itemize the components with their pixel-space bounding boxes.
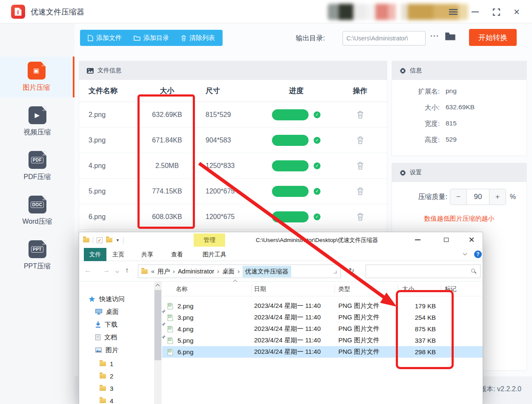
back-button[interactable]: ←	[84, 266, 92, 275]
file-date: 2023/4/24 星期一 11:40	[254, 348, 338, 356]
qat-dropdown-icon[interactable]: ▼	[116, 238, 120, 242]
delete-row-icon[interactable]	[357, 136, 364, 144]
forward-button[interactable]: →	[103, 266, 110, 275]
explorer-file-row[interactable]: 6.png 2023/4/24 星期一 11:40 PNG 图片文件 298 K…	[162, 346, 483, 358]
col-size: 大小	[138, 86, 196, 96]
operation-cell	[345, 136, 388, 144]
explorer-file-row[interactable]: 2.png 2023/4/24 星期一 11:40 PNG 图片文件 179 K…	[162, 300, 483, 312]
quality-plus-button[interactable]: +	[489, 189, 506, 205]
open-folder-button[interactable]	[445, 32, 456, 43]
app-titlebar: 优速文件压缩器 ×	[0, 0, 532, 23]
col-date[interactable]: 日期	[254, 285, 266, 293]
minimize-button[interactable]	[469, 6, 481, 18]
maximize-button[interactable]	[490, 6, 503, 18]
quality-value[interactable]: 90	[466, 189, 489, 205]
tab-home[interactable]: 主页	[112, 251, 124, 259]
sidebar-item-video-compress[interactable]: ▶ 视频压缩	[0, 101, 74, 142]
output-dir-input[interactable]	[343, 31, 426, 46]
nav-scrollbar[interactable]	[154, 282, 162, 404]
history-dropdown-icon[interactable]	[116, 270, 119, 273]
gear-icon	[400, 68, 406, 74]
ribbon-collapse-icon[interactable]	[463, 251, 467, 256]
tab-view[interactable]: 查看	[171, 251, 183, 259]
file-name: 3.png	[177, 314, 194, 321]
nav-folder-item[interactable]: 1	[100, 358, 113, 369]
file-dimension: 1250*833	[196, 162, 247, 170]
png-file-icon	[167, 337, 173, 344]
folder-icon[interactable]	[83, 238, 89, 242]
col-operation: 操作	[345, 86, 388, 96]
folder-icon	[100, 386, 106, 391]
address-dropdown-icon[interactable]	[334, 270, 336, 273]
table-row: 6.png 608.03KB 1200*675 ✓	[79, 204, 387, 230]
tab-share[interactable]: 共享	[141, 251, 153, 259]
nav-desktop[interactable]: 桌面	[95, 306, 119, 317]
info-label: 宽度:	[392, 119, 440, 128]
start-convert-button[interactable]: 开始转换	[469, 29, 517, 46]
browse-more-button[interactable]: ···	[430, 32, 439, 41]
col-name[interactable]: 名称	[176, 285, 188, 293]
delete-row-icon[interactable]	[357, 111, 364, 119]
explorer-close-button[interactable]: ✕	[464, 234, 479, 246]
version-text: 版本: v2.2.2.0	[480, 385, 521, 394]
sidebar-item-pdf-compress[interactable]: PDF PDF压缩	[0, 146, 74, 187]
add-file-button[interactable]: 添加文件	[88, 34, 122, 42]
folder-icon[interactable]	[106, 238, 112, 242]
delete-row-icon[interactable]	[357, 162, 364, 170]
screen: 优速文件压缩器 × ▣ 图片压缩 ▶ 视频压缩 PDF PDF压缩	[0, 0, 532, 404]
explorer-maximize-button[interactable]	[439, 234, 453, 246]
folder-icon	[134, 35, 140, 41]
nav-folder-item[interactable]: 3	[100, 383, 113, 394]
checkbox-icon[interactable]: ✓	[97, 237, 103, 243]
explorer-file-row[interactable]: 4.png 2023/4/24 星期一 11:40 PNG 图片文件 875 K…	[162, 323, 483, 335]
file-name: 4.png	[79, 162, 138, 170]
folder-icon	[141, 269, 148, 274]
file-name: 4.png	[177, 325, 194, 333]
sidebar-item-word-compress[interactable]: DOC Word压缩	[0, 191, 74, 231]
delete-row-icon[interactable]	[357, 213, 364, 221]
action-toolbar: 添加文件 添加目录 清除列表	[80, 30, 223, 46]
tab-file[interactable]: 文件	[84, 248, 106, 261]
info-label: 高度:	[392, 136, 440, 145]
quality-unit: %	[510, 193, 516, 201]
explorer-file-row[interactable]: 5.png 2023/4/24 星期一 11:40 PNG 图片文件 337 K…	[162, 335, 483, 346]
breadcrumb-item[interactable]: Administrator	[178, 268, 214, 275]
nav-folder-item[interactable]: 4	[100, 395, 113, 404]
nav-pictures[interactable]: 图片	[95, 344, 118, 356]
col-size[interactable]: 大小	[402, 285, 414, 293]
document-icon	[95, 334, 100, 340]
info-value: png	[446, 87, 526, 96]
progress-cell: ✓	[247, 211, 345, 222]
nav-downloads[interactable]: 下载	[95, 319, 117, 330]
delete-row-icon[interactable]	[357, 187, 364, 195]
trash-icon	[181, 35, 186, 41]
explorer-file-row[interactable]: 3.png 2023/4/24 星期一 11:40 PNG 图片文件 254 K…	[162, 312, 483, 323]
breadcrumb-item[interactable]: 桌面	[222, 267, 235, 276]
quality-minus-button[interactable]: −	[450, 189, 466, 205]
nav-quick-access[interactable]: 快速访问	[89, 293, 125, 304]
manage-tab[interactable]: 管理	[194, 233, 225, 247]
info-label: 扩展名:	[392, 87, 440, 96]
add-folder-button[interactable]: 添加目录	[134, 34, 169, 42]
sidebar-item-ppt-compress[interactable]: PPT PPT压缩	[0, 235, 74, 276]
up-button[interactable]: ↑	[125, 266, 129, 275]
help-icon[interactable]: ?	[474, 250, 482, 258]
done-check-icon: ✓	[314, 188, 320, 195]
search-input[interactable]	[366, 265, 481, 278]
breadcrumb-item[interactable]: 优速文件压缩器	[243, 266, 291, 277]
png-file-icon	[167, 303, 173, 310]
col-type[interactable]: 类型	[338, 285, 350, 293]
refresh-icon[interactable]: ↻	[349, 267, 354, 275]
tab-picture-tools[interactable]: 图片工具	[199, 251, 230, 259]
col-tags[interactable]: 标记	[445, 285, 457, 293]
close-button[interactable]: ×	[510, 6, 523, 18]
clear-list-button[interactable]: 清除列表	[181, 34, 215, 42]
explorer-minimize-button[interactable]	[410, 234, 425, 246]
breadcrumb-item[interactable]: 用户	[157, 267, 170, 276]
sidebar-item-image-compress[interactable]: ▣ 图片压缩	[0, 57, 74, 97]
address-box[interactable]: « 用户 › Administrator ›	[138, 265, 341, 278]
nav-folder-item[interactable]: 2	[100, 370, 113, 381]
address-bar: ← → ↑ « 用户 › Administrator	[79, 261, 483, 282]
nav-documents[interactable]: 文档	[95, 332, 117, 343]
menu-icon[interactable]	[447, 6, 460, 18]
